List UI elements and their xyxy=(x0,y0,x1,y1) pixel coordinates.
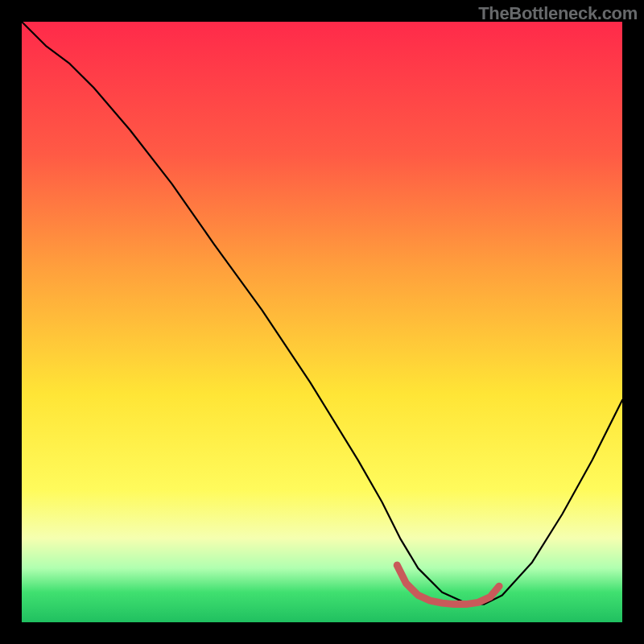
watermark: TheBottleneck.com xyxy=(478,3,638,24)
chart-svg xyxy=(22,22,622,622)
main-curve xyxy=(22,22,622,605)
chart-container: TheBottleneck.com xyxy=(0,0,644,644)
trough-marker xyxy=(397,565,499,604)
